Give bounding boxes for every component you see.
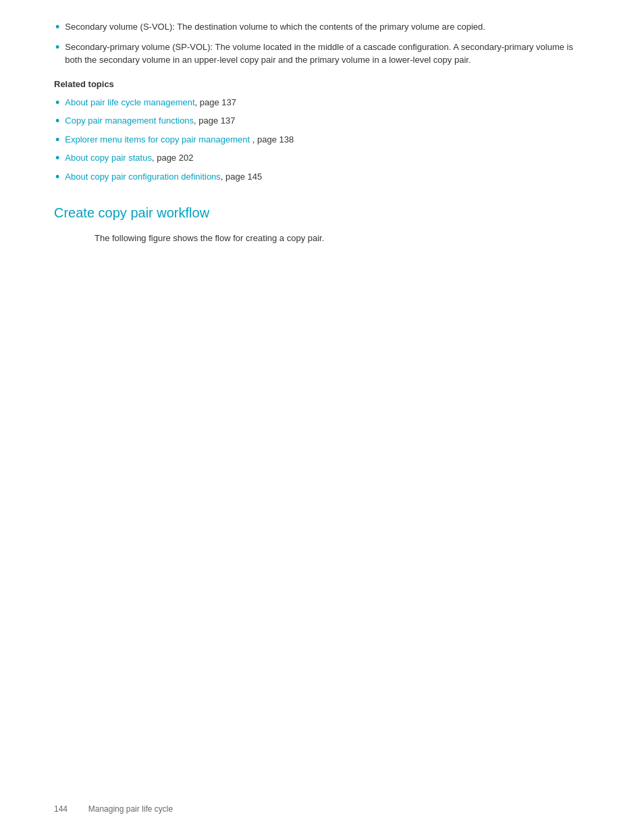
related-topic-link[interactable]: Copy pair management functions — [65, 115, 194, 126]
related-topic-item: • Copy pair management functions, page 1… — [68, 114, 590, 129]
footer-text: Managing pair life cycle — [88, 804, 173, 814]
list-item: • Secondary volume (S-VOL): The destinat… — [54, 20, 590, 35]
page-ref: , page 138 — [250, 134, 294, 145]
bullet-list: • Secondary volume (S-VOL): The destinat… — [54, 20, 590, 67]
bullet-icon: • — [55, 41, 59, 55]
related-topic-link[interactable]: Explorer menu items for copy pair manage… — [65, 134, 250, 145]
related-topic-link[interactable]: About copy pair configuration definition… — [65, 172, 221, 182]
related-topic-link[interactable]: About pair life cycle management — [65, 97, 194, 107]
bullet-icon: • — [55, 170, 59, 185]
bullet-icon: • — [55, 133, 59, 148]
related-topic-item: • About pair life cycle management, page… — [68, 96, 590, 111]
bullet-icon: • — [55, 114, 59, 129]
section-paragraph: The following figure shows the flow for … — [95, 232, 590, 245]
related-topic-text: About copy pair configuration definition… — [65, 170, 262, 184]
footer: 144 Managing pair life cycle — [54, 804, 173, 814]
related-topic-item: • Explorer menu items for copy pair mana… — [68, 133, 590, 148]
related-topic-item: • About copy pair configuration definiti… — [68, 170, 590, 185]
related-topic-text: Copy pair management functions, page 137 — [65, 114, 235, 128]
footer-page-number: 144 — [54, 804, 68, 814]
list-item: • Secondary-primary volume (SP-VOL): The… — [54, 41, 590, 67]
bullet-icon: • — [55, 96, 59, 111]
related-topic-text: Explorer menu items for copy pair manage… — [65, 133, 294, 147]
page-ref: , page 137 — [194, 115, 235, 126]
bullet-icon: • — [55, 20, 59, 35]
related-topics-heading: Related topics — [54, 79, 590, 89]
bullet-text: Secondary volume (S-VOL): The destinatio… — [65, 20, 485, 34]
section-heading: Create copy pair workflow — [54, 205, 590, 221]
bullet-text: Secondary-primary volume (SP-VOL): The v… — [65, 41, 590, 67]
page-ref: , page 137 — [195, 97, 236, 107]
related-topic-text: About copy pair status, page 202 — [65, 151, 193, 165]
page-ref: , page 202 — [152, 153, 193, 163]
section-body: The following figure shows the flow for … — [54, 232, 590, 245]
related-topic-link[interactable]: About copy pair status — [65, 153, 152, 163]
bullet-icon: • — [55, 151, 59, 166]
related-topics-list: • About pair life cycle management, page… — [68, 96, 590, 185]
page-ref: , page 145 — [221, 172, 262, 182]
page-container: • Secondary volume (S-VOL): The destinat… — [0, 0, 644, 834]
related-topic-text: About pair life cycle management, page 1… — [65, 96, 236, 109]
related-topic-item: • About copy pair status, page 202 — [68, 151, 590, 166]
